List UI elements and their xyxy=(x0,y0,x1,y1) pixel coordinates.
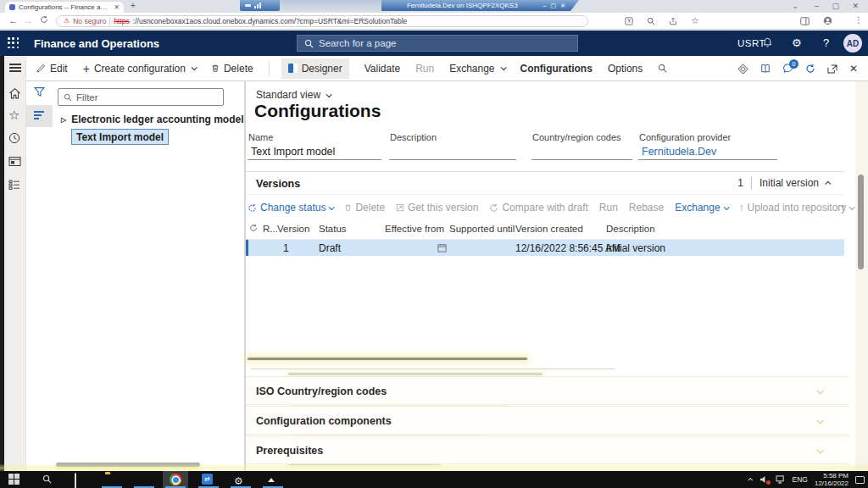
grid-col-description[interactable]: Description xyxy=(606,224,655,234)
tree-filter-input[interactable] xyxy=(76,92,218,103)
taskbar-search-icon[interactable] xyxy=(42,474,52,484)
app-title: Finance and Operations xyxy=(34,37,159,50)
tree-sort-button[interactable] xyxy=(26,105,53,127)
remote-desktop-icon[interactable]: ⇄ xyxy=(202,474,213,485)
versions-current-status: Initial version xyxy=(760,177,819,189)
fasttab-prerequisites[interactable]: Prerequisites xyxy=(246,435,849,464)
tree-expand-caret-icon[interactable]: ▷ xyxy=(61,116,66,124)
view-selector[interactable]: Standard view xyxy=(256,89,331,101)
chrome-taskbar-cell[interactable] xyxy=(163,471,188,488)
browser-forward-icon[interactable]: → xyxy=(24,15,33,25)
network-icon[interactable] xyxy=(776,475,786,484)
grid-col-effective-from[interactable]: Effective from xyxy=(385,224,444,234)
grid-refresh-icon[interactable] xyxy=(249,224,258,232)
grid-col-version-created[interactable]: Version created xyxy=(515,224,583,234)
app-launcher-icon[interactable] xyxy=(8,37,19,49)
home-icon[interactable] xyxy=(8,87,21,99)
tree-item-electronic-ledger[interactable]: ▷ Electronic ledger accounting model xyxy=(61,114,244,125)
cell-status: Draft xyxy=(319,242,341,254)
fasttab-configuration-components[interactable]: Configuration components xyxy=(246,406,849,435)
settings-gear-icon[interactable]: ⚙ xyxy=(792,36,802,49)
field-value-configuration-provider[interactable]: Fernitudela.Dev xyxy=(638,143,777,160)
grid-col-supported-until[interactable]: Supported until xyxy=(449,224,515,234)
browser-back-icon[interactable]: ← xyxy=(8,15,18,25)
refresh-icon[interactable] xyxy=(805,64,815,74)
tab-options[interactable]: Options xyxy=(608,63,643,75)
window-menu-chevron-icon[interactable]: ⌄ xyxy=(792,0,798,12)
version-row[interactable]: 1 Draft 12/16/2022 8:56:45 AM Initial ve… xyxy=(246,240,844,256)
guide-book-icon[interactable] xyxy=(760,64,771,74)
expand-chevron-icon[interactable] xyxy=(816,446,823,453)
window-restore-button[interactable]: ▢ xyxy=(832,0,839,12)
page-search-box[interactable] xyxy=(297,35,578,52)
create-configuration-button[interactable]: + Create configuration xyxy=(83,63,196,75)
edit-button[interactable]: Edit xyxy=(36,63,68,75)
window-close-button[interactable]: ✕ xyxy=(852,0,859,12)
zoom-search-icon[interactable] xyxy=(647,17,655,25)
translate-icon[interactable] xyxy=(625,17,633,25)
version-exchange-menu[interactable]: Exchange xyxy=(675,202,727,214)
validate-button[interactable]: Validate xyxy=(364,63,400,75)
tree-item-text-import-model[interactable]: Text Import model xyxy=(71,129,169,145)
workspaces-icon[interactable] xyxy=(8,156,21,167)
expand-nav-hamburger-icon[interactable] xyxy=(9,64,21,72)
taskbar-clock[interactable]: 5:58 PM 12/16/2022 xyxy=(815,472,849,487)
action-search-icon[interactable] xyxy=(658,64,667,73)
field-value-country-codes[interactable] xyxy=(531,143,632,160)
recent-clock-icon[interactable] xyxy=(8,132,20,144)
vertical-scrollbar-track[interactable] xyxy=(855,81,868,471)
browser-profile-avatar[interactable] xyxy=(823,16,832,25)
address-bar[interactable]: ⚠ No seguro https ://usnconeboxax1aos.cl… xyxy=(56,15,588,27)
powerapps-icon[interactable] xyxy=(737,64,748,75)
vertical-scrollbar-thumb[interactable] xyxy=(858,175,864,269)
rdp-pin-icon[interactable] xyxy=(245,4,251,7)
rdp-restore-button[interactable]: ▢ xyxy=(551,3,557,9)
filter-funnel-icon[interactable] xyxy=(34,86,45,97)
field-value-name[interactable]: Text Import model xyxy=(248,143,381,160)
tree-filter-box[interactable] xyxy=(58,88,224,106)
tab-configurations[interactable]: Configurations xyxy=(520,63,593,75)
expand-chevron-icon[interactable] xyxy=(816,387,823,394)
messages-icon[interactable]: 0 xyxy=(782,64,793,74)
close-page-icon[interactable]: ✕ xyxy=(849,63,858,75)
bookmark-star-icon[interactable]: ☆ xyxy=(691,15,699,26)
designer-button[interactable]: Designer xyxy=(281,58,349,79)
page-search-input[interactable] xyxy=(319,38,570,48)
tab-close-icon[interactable]: ✕ xyxy=(114,3,120,11)
new-tab-button[interactable]: + xyxy=(131,1,136,10)
rdp-close-button[interactable]: ✕ xyxy=(560,3,565,9)
help-icon[interactable]: ? xyxy=(823,36,829,49)
browser-refresh-icon[interactable] xyxy=(40,15,48,24)
volume-icon[interactable] xyxy=(760,475,769,484)
task-view-icon[interactable] xyxy=(75,474,76,488)
start-button[interactable] xyxy=(8,474,19,485)
language-indicator[interactable]: ENG xyxy=(793,475,808,484)
user-avatar[interactable]: AD xyxy=(843,34,862,53)
change-status-button[interactable]: Change status xyxy=(248,202,333,214)
browser-tab[interactable]: Configurations -- Finance and O ✕ xyxy=(5,2,124,13)
fasttab-iso-country-region-codes[interactable]: ISO Country/region codes xyxy=(246,376,849,405)
expand-chevron-icon[interactable] xyxy=(816,417,823,424)
grid-col-status[interactable]: Status xyxy=(319,224,347,234)
collapse-chevron-icon[interactable] xyxy=(825,180,831,186)
grid-col-version[interactable]: Version xyxy=(277,224,309,234)
exchange-menu[interactable]: Exchange xyxy=(449,63,504,75)
side-panel-icon[interactable] xyxy=(800,17,810,25)
browser-menu-icon[interactable]: ⋮ xyxy=(854,15,863,25)
hidden-icons-chevron[interactable] xyxy=(748,478,753,483)
rdp-minimize-button[interactable]: – xyxy=(543,3,547,9)
grid-col-r[interactable]: R... xyxy=(263,224,278,234)
versions-section-header[interactable]: Versions 1 Initial version xyxy=(246,171,844,195)
window-minimize-button[interactable]: – xyxy=(815,0,819,12)
calendar-icon[interactable] xyxy=(437,243,447,252)
share-icon[interactable] xyxy=(669,17,677,25)
notifications-bell-icon[interactable] xyxy=(762,37,773,48)
modules-list-icon[interactable] xyxy=(8,180,20,190)
action-center-icon[interactable] xyxy=(855,476,865,484)
plus-icon: + xyxy=(83,64,90,74)
favorites-star-icon[interactable]: ☆ xyxy=(8,108,19,121)
toolbar-overflow-icon[interactable]: • xyxy=(841,202,844,211)
delete-button[interactable]: Delete xyxy=(211,63,253,75)
field-value-description[interactable] xyxy=(389,143,516,160)
open-in-new-window-icon[interactable] xyxy=(827,64,837,74)
